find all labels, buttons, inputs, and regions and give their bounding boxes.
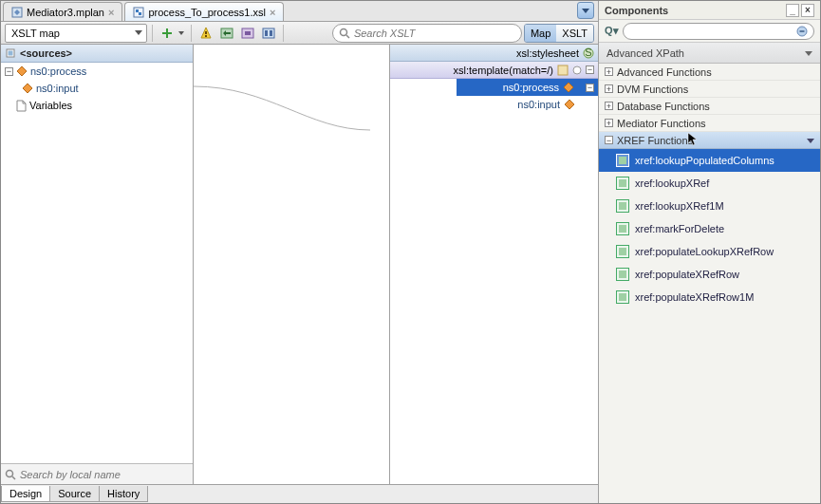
search-input[interactable]: [20, 469, 189, 480]
tab-mediator3[interactable]: Mediator3.mplan ×: [3, 2, 122, 21]
category-database-functions[interactable]: + Database Functions: [599, 98, 820, 115]
svg-rect-27: [619, 248, 626, 255]
validate-button[interactable]: [196, 24, 215, 43]
function-item[interactable]: xref:markForDelete: [599, 217, 820, 240]
tab-source[interactable]: Source: [49, 486, 100, 502]
node-label: ns0:process: [30, 65, 86, 77]
sources-search[interactable]: [1, 463, 193, 484]
search-icon: [5, 469, 16, 480]
sources-tree[interactable]: − ns0:process ns0:input Variables: [1, 63, 193, 463]
function-item[interactable]: xref:lookupPopulatedColumns: [599, 149, 820, 172]
section-advanced-xpath[interactable]: Advanced XPath: [599, 43, 820, 64]
collapse-icon[interactable]: −: [605, 136, 613, 144]
add-dropdown[interactable]: [178, 30, 186, 36]
category-mediator-functions[interactable]: + Mediator Functions: [599, 115, 820, 132]
components-pane: Components _ × Q▾ Advanced XPath + Advan…: [599, 1, 820, 503]
function-item[interactable]: xref:lookupXRef1M: [599, 195, 820, 217]
svg-rect-11: [270, 30, 272, 36]
toggle-xslt[interactable]: XSLT: [556, 25, 593, 42]
tree-row[interactable]: − ns0:process: [1, 63, 193, 80]
chevron-down-icon: [805, 49, 812, 57]
components-header: Components _ ×: [599, 1, 820, 20]
file-icon: [133, 7, 144, 18]
category-xref-functions[interactable]: − XREF Functions: [599, 132, 820, 149]
function-label: xref:lookupPopulatedColumns: [635, 155, 774, 166]
svg-rect-25: [619, 202, 626, 210]
tab-history[interactable]: History: [99, 486, 148, 502]
element-icon: [563, 82, 574, 93]
svg-rect-3: [139, 12, 141, 15]
expand-icon[interactable]: +: [605, 102, 613, 110]
category-advanced-functions[interactable]: + Advanced Functions: [599, 64, 820, 81]
expander-icon[interactable]: −: [586, 65, 594, 74]
clear-icon[interactable]: [796, 26, 808, 37]
svg-point-21: [573, 66, 581, 74]
tab-list-dropdown[interactable]: [577, 2, 594, 19]
node-label: Variables: [29, 100, 72, 111]
expand-icon[interactable]: +: [605, 119, 613, 127]
svg-rect-20: [558, 65, 568, 75]
tool-btn-3[interactable]: [238, 24, 257, 43]
function-item[interactable]: xref:populateXRefRow1M: [599, 286, 820, 308]
expand-icon[interactable]: +: [605, 67, 613, 76]
toggle-map[interactable]: Map: [525, 25, 556, 42]
view-mode-combo[interactable]: XSLT map: [5, 24, 147, 43]
node-label: xsl:template(match=/): [454, 65, 553, 76]
target-row[interactable]: ns0:input: [390, 96, 598, 113]
tab-label: Mediator3.mplan: [27, 7, 104, 18]
function-icon: [616, 154, 629, 167]
category-label: Advanced Functions: [617, 66, 712, 78]
function-label: xref:populateLookupXRefRow: [635, 246, 774, 257]
expander-icon[interactable]: −: [5, 67, 13, 76]
function-icon: [616, 268, 629, 281]
category-label: Database Functions: [617, 101, 710, 112]
category-dvm-functions[interactable]: + DVM Functions: [599, 81, 820, 98]
close-icon[interactable]: ×: [801, 4, 814, 17]
tool-btn-2[interactable]: [217, 24, 236, 43]
node-label: xsl:stylesheet: [516, 47, 579, 59]
svg-point-12: [340, 28, 346, 35]
svg-rect-24: [619, 179, 626, 187]
svg-rect-15: [9, 51, 13, 56]
function-label: xref:lookupXRef: [635, 177, 709, 189]
function-item[interactable]: xref:populateXRefRow: [599, 263, 820, 286]
svg-rect-8: [245, 31, 251, 35]
targets-panel: xsl:stylesheet S xsl:template(match=/) −…: [389, 45, 598, 484]
add-button[interactable]: [158, 24, 177, 43]
minimize-icon[interactable]: _: [786, 4, 799, 17]
svg-rect-23: [619, 157, 626, 164]
node-label: ns0:input: [517, 99, 560, 110]
chevron-down-icon: [807, 137, 814, 144]
category-label: DVM Functions: [617, 84, 688, 95]
target-row[interactable]: xsl:template(match=/) −: [390, 62, 598, 79]
function-icon: [616, 177, 629, 190]
expander-icon[interactable]: −: [586, 84, 594, 92]
tool-btn-4[interactable]: [259, 24, 278, 43]
svg-rect-5: [205, 35, 207, 37]
search-input[interactable]: [354, 28, 515, 39]
expand-icon[interactable]: +: [605, 84, 613, 93]
panel-icon: [5, 47, 16, 59]
function-item[interactable]: xref:populateLookupXRefRow: [599, 240, 820, 263]
mapping-canvas[interactable]: [194, 45, 389, 484]
section-label: Advanced XPath: [606, 47, 684, 59]
sources-panel: <sources> − ns0:process ns0:input: [1, 45, 194, 484]
target-row[interactable]: ns0:process −: [390, 79, 598, 96]
close-icon[interactable]: ×: [108, 7, 114, 18]
tree-row[interactable]: Variables: [1, 97, 193, 114]
function-icon: [616, 245, 629, 258]
node-label: ns0:input: [36, 83, 79, 94]
search-xslt[interactable]: [332, 24, 522, 43]
search-icon: [339, 28, 350, 39]
close-icon[interactable]: ×: [270, 7, 275, 18]
chevron-down-icon: [135, 30, 142, 35]
function-item[interactable]: xref:lookupXRef: [599, 172, 820, 195]
tree-row[interactable]: ns0:input: [1, 80, 193, 97]
components-search[interactable]: [623, 23, 814, 40]
tab-process-xsl[interactable]: process_To_process1.xsl ×: [124, 2, 284, 21]
tab-design[interactable]: Design: [1, 486, 50, 502]
components-search-row: Q▾: [599, 20, 820, 43]
category-label: Mediator Functions: [617, 118, 706, 129]
sources-header: <sources>: [1, 45, 193, 63]
element-icon: [22, 83, 33, 94]
